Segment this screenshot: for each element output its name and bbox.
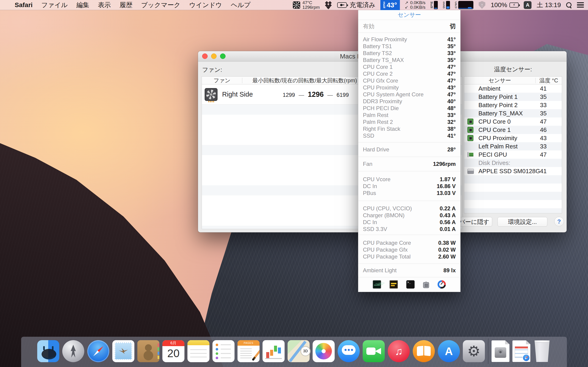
table-row[interactable]: Battery TS_MAX 35	[464, 109, 562, 117]
dock-app-store[interactable]: A	[438, 340, 460, 362]
dock-launchpad[interactable]	[62, 340, 84, 362]
dock-numbers[interactable]	[262, 340, 285, 362]
section-label: Disk Drives:	[478, 159, 510, 167]
sensor-row[interactable]: Hard Drive28°	[358, 146, 460, 153]
dock-itunes[interactable]: ♫	[388, 340, 410, 362]
table-row[interactable]: Battery Point 1 35	[464, 93, 562, 101]
sensor-column-header[interactable]: センサー	[464, 77, 536, 84]
speed-gauge-icon[interactable]	[438, 280, 446, 289]
sensor-row[interactable]: CPU Vcore1.87 V	[358, 176, 460, 183]
sensor-row[interactable]: Battery TS_MAX35°	[358, 57, 460, 64]
sensor-label: Charger (BMON)	[363, 212, 405, 219]
sensor-row[interactable]: PBus13.03 V	[358, 190, 460, 197]
spotlight-search-icon[interactable]	[566, 2, 572, 8]
help-button[interactable]: ?	[554, 217, 564, 226]
dock-photos[interactable]	[313, 340, 335, 362]
table-row[interactable]: CPU Core 0 47	[464, 117, 562, 126]
sensor-row[interactable]: CPU Gfx Core47°	[358, 77, 460, 84]
sensor-row[interactable]: Palm Rest33°	[358, 112, 460, 119]
menu-file[interactable]: ファイル	[41, 1, 68, 9]
sensor-row[interactable]: CPU (CPU, VCCIO)0.22 A	[358, 205, 460, 212]
sensor-row[interactable]: Charger (BMON)0.43 A	[358, 212, 460, 219]
sensor-row[interactable]: CPU Core 147°	[358, 64, 460, 70]
menu-bar-clock[interactable]: 土 13:19	[536, 1, 561, 9]
zoom-button[interactable]	[220, 53, 225, 59]
sensor-row[interactable]: CPU Core 247°	[358, 70, 460, 77]
dock-notes[interactable]	[187, 340, 209, 362]
table-row[interactable]: CPU Core 1 46	[464, 126, 562, 134]
chip-icon[interactable]	[423, 282, 429, 288]
dock-safari[interactable]	[87, 340, 109, 362]
memory-status-item[interactable]: MEM	[431, 1, 438, 9]
sensor-row[interactable]: DDR3 Proximity40°	[358, 98, 460, 105]
sensor-row[interactable]: Battery TS135°	[358, 43, 460, 50]
dock-ibooks[interactable]	[413, 340, 435, 362]
cpu-status-item[interactable]: CPU	[455, 1, 473, 9]
enabled-row[interactable]: 有効 切	[358, 20, 460, 33]
dock-trash[interactable]	[533, 340, 551, 362]
sensors-menu-item-active[interactable]: SEN 43°	[380, 0, 400, 10]
dock-webpage-document[interactable]	[512, 340, 530, 362]
fan-column-header[interactable]: ファン	[202, 77, 242, 84]
sensor-row[interactable]: CPU Proximity43°	[358, 84, 460, 91]
menu-window[interactable]: ウインドウ	[189, 1, 222, 9]
dock-reminders[interactable]	[212, 340, 234, 362]
preferences-button[interactable]: 環境設定...	[498, 217, 547, 227]
dock-messages[interactable]	[338, 340, 360, 362]
dock-pages[interactable]: PAGES	[237, 340, 259, 362]
sensor-row[interactable]: PCH PECI Die48°	[358, 105, 460, 112]
table-row[interactable]: Battery Point 2 33	[464, 101, 562, 109]
table-row[interactable]: CPU Proximity 43	[464, 134, 562, 142]
menu-bookmarks[interactable]: ブックマーク	[141, 1, 180, 9]
sensor-row[interactable]: DC In0.56 A	[358, 219, 460, 226]
table-row[interactable]: Ambient 41	[464, 84, 562, 93]
temp-column-header[interactable]: 温度 °C	[536, 77, 562, 84]
dock-calendar[interactable]: 6月 20	[162, 340, 184, 362]
sensor-row[interactable]: Ambient Light89 lx	[358, 267, 460, 274]
sensor-row[interactable]: CPU System Agent Core47°	[358, 91, 460, 98]
sensor-panel-title[interactable]: センサー	[358, 10, 460, 20]
notification-center-icon[interactable]	[577, 2, 584, 8]
dock-system-preferences[interactable]: ⚙	[463, 340, 485, 362]
minimize-button[interactable]	[211, 53, 216, 59]
menu-view[interactable]: 表示	[98, 1, 111, 9]
terminal-icon[interactable]: >_	[406, 280, 415, 289]
sensor-row[interactable]: CPU Package Total2.60 W	[358, 253, 460, 260]
battery-percent-item[interactable]: 100% ⚡	[491, 1, 519, 9]
menu-help[interactable]: ヘルプ	[231, 1, 251, 9]
dock-disk-image-document[interactable]	[492, 340, 510, 362]
dropbox-icon[interactable]	[325, 1, 332, 9]
upload-shield-icon[interactable]: ↑	[478, 1, 486, 9]
sensor-row[interactable]: Right Fin Stack38°	[358, 125, 460, 132]
network-status-item[interactable]: ↗↙ 0.0KB/s 0.0KB/s	[405, 0, 426, 10]
sensor-row[interactable]: SSD41°	[358, 132, 460, 139]
dock-facetime[interactable]	[363, 340, 385, 362]
sensor-row[interactable]: CPU Package Gfx0.02 W	[358, 246, 460, 253]
dock-finder[interactable]	[37, 340, 59, 362]
warning-display-icon[interactable]	[389, 280, 398, 289]
fan-status-item[interactable]: 47°C 1296rpm	[293, 0, 320, 10]
activity-monitor-icon[interactable]	[373, 280, 381, 289]
table-row[interactable]: Left Palm Rest 33	[464, 142, 562, 150]
menu-history[interactable]: 履歴	[120, 1, 132, 9]
sensor-temp: 33	[540, 102, 547, 109]
table-row[interactable]: APPLE SSD SM0128G 41	[464, 167, 562, 175]
battery-status-item[interactable]: 充電済み	[337, 1, 376, 9]
sensor-row[interactable]: Palm Rest 232°	[358, 119, 460, 125]
input-source-badge[interactable]: A	[524, 1, 531, 9]
table-row[interactable]: PECI GPU 47	[464, 150, 562, 159]
sensor-row[interactable]: CPU Package Core0.38 W	[358, 240, 460, 246]
dock-mail[interactable]	[112, 340, 134, 362]
sensor-row[interactable]: Battery TS233°	[358, 50, 460, 57]
dock-maps[interactable]: 3D	[288, 340, 310, 362]
sensor-row[interactable]: Air Flow Proximity41°	[358, 36, 460, 43]
menu-app-name[interactable]: Safari	[15, 1, 33, 9]
close-button[interactable]	[202, 53, 208, 59]
menu-edit[interactable]: 編集	[76, 1, 89, 9]
ssd-status-item[interactable]: SSD	[443, 1, 450, 9]
sensor-row[interactable]: Fan1296rpm	[358, 161, 460, 167]
sensor-row[interactable]: DC In16.86 V	[358, 183, 460, 190]
sensor-row[interactable]: SSD 3.3V0.01 A	[358, 226, 460, 233]
dock-contacts[interactable]	[137, 340, 159, 362]
rpm-column-header[interactable]: 最小回転数/現在の回転数/最大回転数(rpm)	[242, 77, 357, 84]
